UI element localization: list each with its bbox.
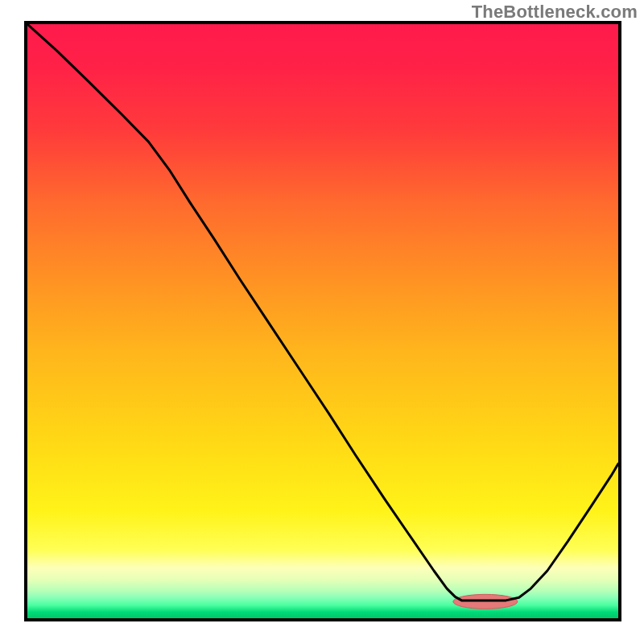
chart-container: TheBottleneck.com [0,0,644,644]
bottleneck-chart [0,0,644,644]
gradient-background [27,24,618,618]
